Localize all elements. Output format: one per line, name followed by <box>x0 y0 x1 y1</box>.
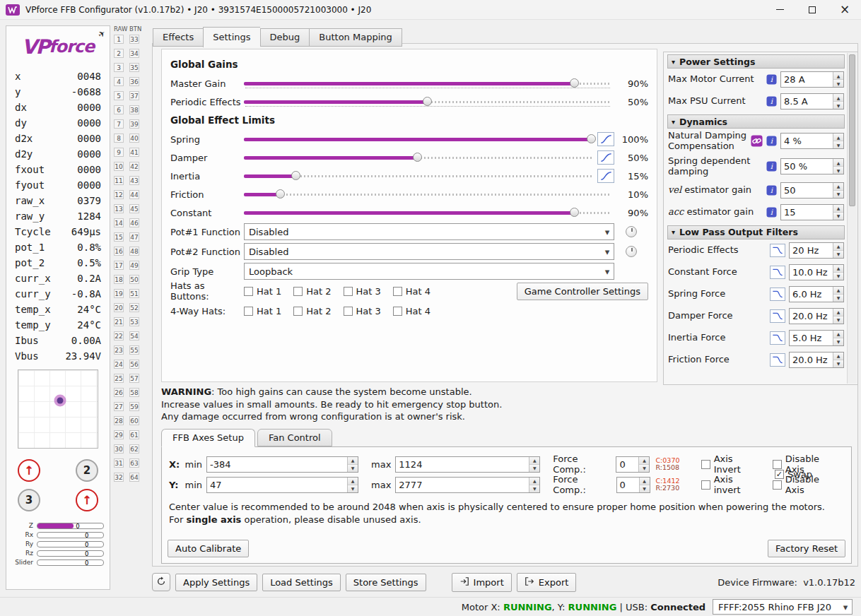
y-axis-invert-checkbox[interactable]: Axis invert <box>701 474 761 495</box>
store-settings-button[interactable]: Store Settings <box>346 574 426 591</box>
spin-up-button[interactable] <box>639 457 649 465</box>
button-2[interactable]: 2 <box>76 459 98 482</box>
spin-down-button[interactable] <box>833 316 843 324</box>
import-button[interactable]: Import <box>452 573 512 592</box>
y-max-spinbox[interactable]: 2777 <box>395 477 540 493</box>
4-way-hats-hat-4-checkbox[interactable]: Hat 4 <box>393 306 430 316</box>
spin-up-button[interactable] <box>833 183 843 191</box>
spin-down-button[interactable] <box>639 465 649 472</box>
spin-down-button[interactable] <box>529 465 539 472</box>
spin-down-button[interactable] <box>833 360 843 367</box>
damper-force-spinbox[interactable]: 20.0 Hz <box>789 308 844 324</box>
spin-down-button[interactable] <box>833 295 843 302</box>
y-force-comp-spinbox[interactable]: 0 <box>616 477 650 493</box>
filter-curve-button[interactable] <box>770 353 785 367</box>
constant-force-spinbox[interactable]: 10.0 Hz <box>789 264 844 280</box>
swap-checkbox[interactable]: Swap <box>775 469 812 480</box>
tab-button-mapping[interactable]: Button Mapping <box>309 28 402 47</box>
spin-down-button[interactable] <box>529 485 539 492</box>
minimize-button[interactable] <box>763 0 796 20</box>
tab-fan-control[interactable]: Fan Control <box>257 429 332 446</box>
filter-curve-button[interactable] <box>770 309 785 323</box>
vel-estimator-gain-spinbox[interactable]: 50 <box>780 182 844 199</box>
spin-down-button[interactable] <box>833 102 843 109</box>
x-force-comp-spinbox[interactable]: 0 <box>616 456 650 473</box>
x-axis-invert-checkbox[interactable]: Axis Invert <box>701 454 761 475</box>
periodic-effects-slider[interactable] <box>244 96 611 107</box>
damper-slider[interactable] <box>244 152 592 163</box>
acc-estimator-gain-spinbox[interactable]: 15 <box>780 204 844 220</box>
spin-up-button[interactable] <box>348 457 358 465</box>
4-way-hats-hat-2-checkbox[interactable]: Hat 2 <box>293 306 331 316</box>
inertia-force-spinbox[interactable]: 5.0 Hz <box>789 330 844 346</box>
arrow-up-button-2[interactable]: ↑ <box>76 489 98 511</box>
constant-slider[interactable] <box>244 207 611 218</box>
hats-as-buttons-hat-1-checkbox[interactable]: Hat 1 <box>244 286 281 297</box>
slider-handle[interactable] <box>291 171 300 180</box>
slider-handle[interactable] <box>570 78 579 88</box>
spin-down-button[interactable] <box>833 213 843 220</box>
game-controller-settings-button[interactable]: Game Controller Settings <box>517 283 648 300</box>
aux-axis-bar[interactable]: 0 <box>37 550 104 557</box>
tab-settings[interactable]: Settings <box>203 27 259 47</box>
damper-curve-button[interactable] <box>597 150 614 165</box>
x-max-spinbox[interactable]: 1124 <box>395 456 540 473</box>
x-min-spinbox[interactable]: -384 <box>206 456 358 473</box>
section-header-dynamics[interactable]: Dynamics <box>667 114 845 129</box>
load-settings-button[interactable]: Load Settings <box>262 574 341 591</box>
spin-up-button[interactable] <box>833 331 843 338</box>
section-header-power-settings[interactable]: Power Settings <box>667 54 845 69</box>
aux-axis-bar[interactable]: 0 <box>37 559 104 566</box>
auto-calibrate-button[interactable]: Auto Calibrate <box>168 540 249 557</box>
spin-up-button[interactable] <box>833 72 843 80</box>
slider-handle[interactable] <box>276 189 285 199</box>
spin-down-button[interactable] <box>833 141 843 148</box>
export-button[interactable]: Export <box>517 573 577 592</box>
friction-force-spinbox[interactable]: 20.0 Hz <box>789 352 844 368</box>
inertia-slider[interactable] <box>244 170 592 182</box>
hats-as-buttons-hat-2-checkbox[interactable]: Hat 2 <box>293 286 331 297</box>
spring-force-spinbox[interactable]: 6.0 Hz <box>789 286 844 302</box>
natural-damping-compensation-spinbox[interactable]: 4 % <box>780 133 844 149</box>
master-gain-slider[interactable] <box>244 78 611 89</box>
button-3[interactable]: 3 <box>18 489 40 511</box>
spin-up-button[interactable] <box>833 94 843 102</box>
max-motor-current-spinbox[interactable]: 28 A <box>780 71 844 88</box>
filter-curve-button[interactable] <box>770 288 785 301</box>
spin-up-button[interactable] <box>640 478 650 485</box>
aux-axis-bar[interactable]: 0 <box>37 541 104 547</box>
spin-down-button[interactable] <box>833 273 843 280</box>
spin-down-button[interactable] <box>833 167 843 174</box>
filter-curve-button[interactable] <box>770 244 785 257</box>
apply-settings-button[interactable]: Apply Settings <box>175 574 257 591</box>
spin-up-button[interactable] <box>833 353 843 360</box>
hats-as-buttons-hat-4-checkbox[interactable]: Hat 4 <box>393 286 430 297</box>
pot-1-function-dial-icon[interactable] <box>626 226 637 237</box>
pot-1-function-select[interactable]: Disabled <box>244 223 614 240</box>
spin-up-button[interactable] <box>529 478 539 485</box>
y-min-spinbox[interactable]: 47 <box>206 477 358 493</box>
spin-up-button[interactable] <box>529 457 539 465</box>
inertia-curve-button[interactable] <box>597 169 614 183</box>
arrow-up-button-1[interactable]: ↑ <box>18 459 40 482</box>
slider-handle[interactable] <box>587 134 596 143</box>
scrollbar[interactable] <box>847 53 857 384</box>
pot-2-function-select[interactable]: Disabled <box>244 243 614 260</box>
grip-type-select[interactable]: Loopback <box>244 263 614 280</box>
slider-handle[interactable] <box>570 208 579 217</box>
close-button[interactable] <box>828 0 861 20</box>
tab-debug[interactable]: Debug <box>260 28 310 47</box>
spin-up-button[interactable] <box>833 159 843 167</box>
spin-up-button[interactable] <box>833 309 843 316</box>
spin-up-button[interactable] <box>833 243 843 251</box>
periodic-effects-spinbox[interactable]: 20 Hz <box>789 242 844 259</box>
spin-up-button[interactable] <box>833 134 843 141</box>
spin-down-button[interactable] <box>833 251 843 258</box>
scrollbar-thumb[interactable] <box>849 54 855 206</box>
4-way-hats-hat-3-checkbox[interactable]: Hat 3 <box>344 306 381 316</box>
friction-slider[interactable] <box>244 189 611 200</box>
spring-dependent-damping-spinbox[interactable]: 50 % <box>780 158 844 174</box>
tab-effects[interactable]: Effects <box>153 28 203 47</box>
factory-reset-button[interactable]: Factory Reset <box>768 540 845 557</box>
hats-as-buttons-hat-3-checkbox[interactable]: Hat 3 <box>344 286 381 297</box>
